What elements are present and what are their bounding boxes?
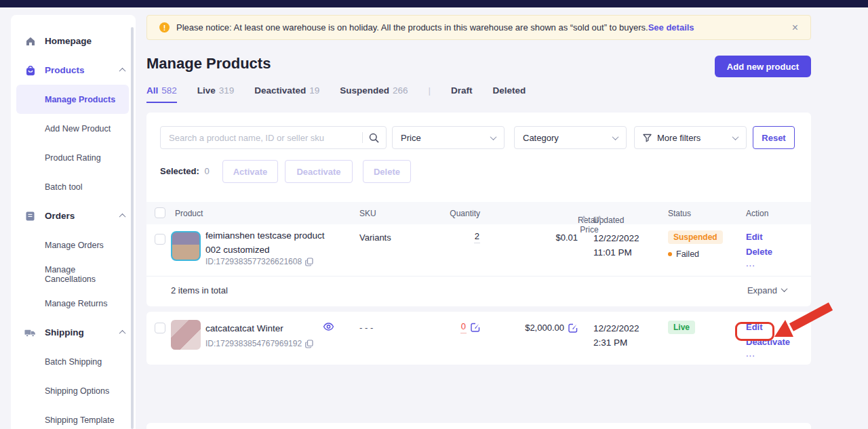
sidebar-item-manage-cancellations[interactable]: Manage Cancellations: [11, 260, 136, 289]
eye-preview-icon[interactable]: [323, 322, 334, 331]
edit-link[interactable]: Edit: [746, 322, 790, 332]
more-filters-dropdown[interactable]: More filters: [634, 126, 747, 149]
more-actions-link[interactable]: ...: [746, 262, 772, 266]
sidebar-item-label: Orders: [45, 211, 75, 221]
product-id: ID:1729383854767969192: [205, 339, 302, 348]
tab-draft[interactable]: Draft: [451, 85, 473, 102]
col-status: Status: [668, 209, 691, 218]
home-icon: [24, 35, 36, 47]
edit-link[interactable]: Edit: [746, 232, 772, 242]
sidebar-item-products[interactable]: Products: [11, 56, 136, 85]
product-id: ID:1729383577326621608: [205, 257, 302, 266]
updated-time: 11:01 PM: [593, 245, 639, 260]
price-value: $2,000.00: [525, 323, 564, 333]
see-details-link[interactable]: See details: [648, 22, 694, 33]
product-image: [171, 320, 201, 350]
product-image: [171, 231, 201, 261]
sidebar-item-shipping[interactable]: Shipping: [11, 318, 136, 347]
sort-icon[interactable]: [582, 216, 586, 222]
warehouse-notice-banner: ! Please notice: At least one warehouse …: [146, 15, 811, 40]
updated-date: 12/22/2022: [593, 231, 639, 245]
page-title: Manage Products: [146, 55, 271, 73]
quantity-value[interactable]: 0: [460, 321, 467, 333]
sidebar-item-manage-orders[interactable]: Manage Orders: [11, 230, 136, 260]
chevron-up-icon: [119, 68, 126, 75]
tab-suspended[interactable]: Suspended266: [340, 85, 408, 102]
edit-price-icon[interactable]: [568, 323, 578, 333]
category-filter-dropdown[interactable]: Category: [514, 126, 627, 149]
delete-link[interactable]: Delete: [746, 247, 772, 257]
deactivate-link[interactable]: Deactivate: [746, 337, 790, 347]
col-quantity: Quantity: [418, 209, 480, 218]
warning-icon: !: [159, 22, 170, 33]
status-badge: Suspended: [668, 230, 723, 244]
sort-icon[interactable]: [597, 216, 601, 222]
search-icon[interactable]: [369, 133, 379, 143]
status-badge: Live: [668, 321, 695, 334]
products-table-card: Price Category More filters Reset Select…: [146, 113, 811, 306]
chevron-down-icon: [781, 285, 788, 292]
table-row-partial: [146, 423, 811, 429]
edit-quantity-icon[interactable]: [471, 323, 480, 332]
sidebar-item-shipping-options[interactable]: Shipping Options: [11, 376, 136, 405]
row-checkbox[interactable]: [155, 234, 165, 245]
price-filter-dropdown[interactable]: Price: [392, 126, 505, 149]
tab-separator: |: [428, 85, 431, 96]
tab-deleted[interactable]: Deleted: [493, 85, 526, 102]
product-name[interactable]: feimianshen testcase product 002 customi…: [205, 228, 331, 257]
col-product: Product: [175, 209, 203, 218]
table-row: catcatcatcat Winter ID:17293838547679691…: [146, 312, 811, 365]
sidebar-item-orders[interactable]: Orders: [11, 201, 136, 230]
tab-deactivated[interactable]: Deactivated19: [254, 85, 319, 102]
sidebar-item-manage-products[interactable]: Manage Products: [16, 85, 129, 114]
selected-label: Selected:: [160, 166, 199, 176]
sku-value: Variants: [359, 232, 391, 243]
sidebar-item-manage-returns[interactable]: Manage Returns: [11, 289, 136, 318]
tab-live[interactable]: Live319: [197, 85, 235, 102]
funnel-icon: [643, 134, 652, 142]
copy-icon[interactable]: [305, 258, 313, 266]
sidebar-item-batch-shipping[interactable]: Batch Shipping: [11, 347, 136, 376]
selected-count: 0: [204, 166, 209, 176]
failed-dot-icon: [668, 252, 672, 256]
products-bag-icon: [24, 64, 36, 76]
items-total-label: 2 items in total: [171, 285, 228, 295]
quantity-value[interactable]: 2: [474, 231, 480, 243]
price-value: $0.01: [555, 232, 578, 243]
delete-button[interactable]: Delete: [363, 160, 411, 183]
deactivate-button[interactable]: Deactivate: [285, 160, 353, 183]
table-header: Product SKU Quantity Retail Price Update…: [146, 202, 811, 224]
sku-value: - - -: [359, 323, 373, 333]
expand-button[interactable]: Expand: [747, 285, 787, 295]
search-box: [160, 126, 387, 149]
updated-time: 2:31 PM: [593, 335, 639, 350]
table-row: feimianshen testcase product 002 customi…: [146, 224, 811, 276]
orders-document-icon: [24, 210, 36, 222]
select-all-checkbox[interactable]: [155, 207, 165, 218]
more-actions-link[interactable]: ...: [746, 352, 790, 356]
chevron-down-icon: [732, 134, 739, 140]
chevron-up-icon: [119, 213, 126, 220]
substatus-label: Failed: [676, 249, 699, 259]
search-input[interactable]: [169, 133, 358, 143]
divider: [362, 132, 363, 143]
sidebar-scrollbar[interactable]: [131, 27, 134, 429]
tab-all[interactable]: All582: [146, 85, 177, 103]
sidebar-item-batch-tool[interactable]: Batch tool: [11, 172, 136, 201]
activate-button[interactable]: Activate: [222, 160, 278, 183]
product-name[interactable]: catcatcatcat Winter: [205, 321, 331, 335]
sidebar-item-product-rating[interactable]: Product Rating: [11, 143, 136, 172]
add-new-product-button[interactable]: Add new product: [715, 56, 811, 77]
close-icon[interactable]: ×: [792, 22, 798, 33]
row-checkbox[interactable]: [155, 323, 165, 333]
variants-summary-row: 2 items in total Expand: [146, 276, 811, 304]
sidebar-item-homepage[interactable]: Homepage: [11, 26, 136, 56]
filter-bar: Price Category More filters Reset Select…: [146, 113, 811, 202]
reset-button[interactable]: Reset: [753, 126, 795, 149]
shipping-truck-icon: [24, 327, 36, 338]
sidebar-item-add-new-product[interactable]: Add New Product: [11, 114, 136, 143]
chevron-down-icon: [612, 134, 619, 140]
sidebar-item-label: Products: [45, 65, 85, 75]
sidebar-item-shipping-template[interactable]: Shipping Template: [11, 405, 136, 429]
copy-icon[interactable]: [305, 340, 313, 348]
